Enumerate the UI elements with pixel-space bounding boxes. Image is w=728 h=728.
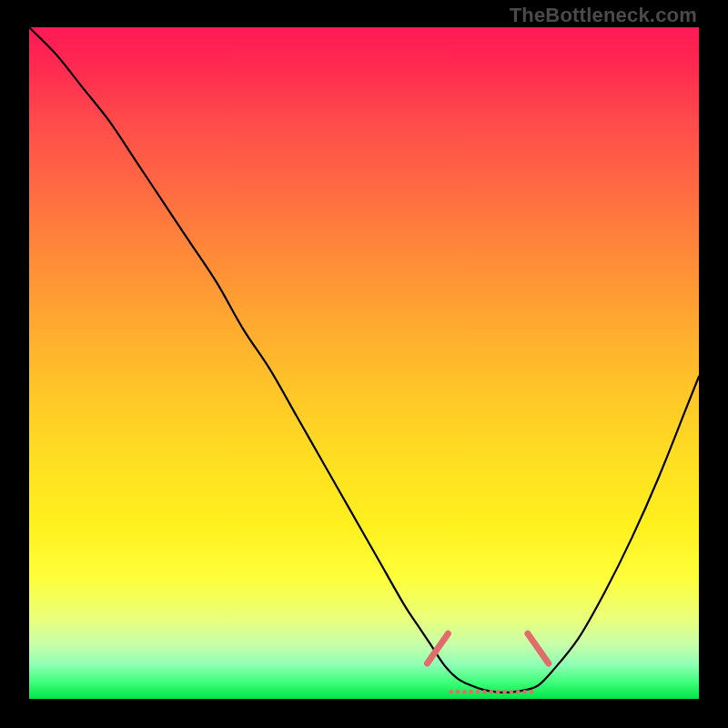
chart-dot — [469, 690, 473, 694]
chart-dash-markers — [427, 633, 548, 663]
chart-dot — [502, 690, 507, 694]
chart-dot — [530, 690, 534, 694]
chart-dot — [456, 690, 460, 694]
chart-dot — [482, 690, 487, 694]
attribution-text: TheBottleneck.com — [510, 4, 697, 27]
chart-dot — [510, 690, 514, 694]
chart-svg-layer — [29, 27, 699, 699]
chart-frame: TheBottleneck.com — [0, 0, 728, 728]
chart-dot — [449, 690, 453, 694]
chart-dot — [496, 690, 500, 694]
chart-dash-marker — [427, 633, 448, 663]
chart-dot — [516, 690, 521, 694]
chart-dot — [522, 690, 527, 694]
chart-dot — [462, 690, 467, 694]
chart-dash-marker — [528, 633, 549, 663]
chart-main-curve — [29, 27, 699, 693]
chart-dot — [490, 690, 494, 694]
chart-dot — [476, 690, 480, 694]
